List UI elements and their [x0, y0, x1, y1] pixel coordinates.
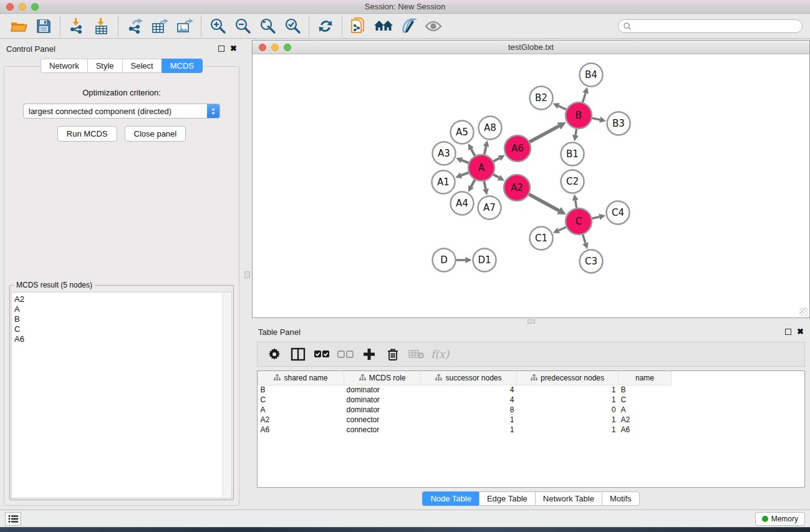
graph-node-C[interactable]: C — [566, 208, 592, 235]
refresh-network-button[interactable] — [313, 16, 338, 37]
result-item[interactable]: A — [14, 304, 231, 314]
graph-node-A7[interactable]: A7 — [478, 196, 501, 220]
memory-button[interactable]: Memory — [755, 512, 805, 526]
close-panel-icon[interactable]: ✖ — [797, 329, 804, 335]
splitter-grip[interactable] — [244, 271, 250, 278]
graph-node-C1[interactable]: C1 — [530, 227, 553, 250]
import-table-button[interactable] — [89, 16, 114, 37]
graph-node-B1[interactable]: B1 — [561, 143, 584, 166]
delete-column-button[interactable] — [382, 344, 403, 364]
zoom-fit-button[interactable] — [255, 16, 280, 37]
edge-C-C3[interactable] — [583, 235, 586, 243]
edge-C-C1[interactable] — [559, 227, 566, 230]
close-panel-button[interactable]: Close panel — [125, 126, 186, 142]
edge-B-B4[interactable] — [582, 93, 586, 102]
tab-network-table[interactable]: Network Table — [535, 491, 602, 506]
graph-node-D1[interactable]: D1 — [473, 249, 496, 272]
table-row[interactable]: A dominator 8 0 A — [258, 405, 672, 415]
edge-A-A6[interactable] — [493, 158, 499, 162]
cell-predecessor-nodes[interactable]: 1 — [517, 385, 619, 395]
cell-successor-nodes[interactable]: 1 — [421, 425, 517, 435]
save-session-button[interactable] — [31, 16, 56, 37]
tab-select[interactable]: Select — [122, 59, 162, 73]
cell-mcds-role[interactable]: dominator — [344, 395, 421, 405]
graph-node-A[interactable]: A — [468, 155, 494, 181]
edge-C-C2[interactable] — [576, 200, 577, 208]
tab-motifs[interactable]: Motifs — [602, 491, 640, 506]
cell-name[interactable]: A2 — [619, 415, 672, 425]
run-mcds-button[interactable]: Run MCDS — [57, 126, 117, 142]
edge-A2-C[interactable] — [529, 195, 559, 211]
cell-successor-nodes[interactable]: 4 — [421, 385, 517, 395]
cell-shared-name[interactable]: C — [258, 395, 344, 405]
edge-A6-B[interactable] — [529, 126, 559, 142]
table-settings-button[interactable] — [264, 344, 285, 364]
resize-grip-icon[interactable] — [799, 307, 808, 316]
optimization-criterion-dropdown[interactable]: largest connected component (directed) ▲… — [23, 104, 220, 118]
open-session-button[interactable] — [6, 16, 31, 37]
cell-successor-nodes[interactable]: 1 — [421, 415, 517, 425]
float-panel-icon[interactable] — [785, 329, 791, 335]
graph-node-A1[interactable]: A1 — [432, 171, 455, 194]
cell-mcds-role[interactable]: dominator — [344, 405, 421, 415]
vizmapper-pen-button[interactable] — [396, 16, 421, 37]
panel-splitter-vertical[interactable] — [243, 39, 252, 510]
result-item[interactable]: B — [14, 314, 231, 324]
cybrowser-home-button[interactable] — [371, 16, 396, 37]
select-all-button[interactable] — [311, 344, 332, 364]
cell-predecessor-nodes[interactable]: 1 — [517, 395, 619, 405]
export-image-button[interactable] — [172, 16, 197, 37]
mcds-result-list[interactable]: A2 A B C A6 — [11, 292, 232, 498]
cell-mcds-role[interactable]: dominator — [344, 385, 421, 395]
graph-node-A4[interactable]: A4 — [451, 192, 474, 215]
graph-node-B3[interactable]: B3 — [607, 112, 630, 135]
table-row[interactable]: A2 connector 1 1 A2 — [258, 415, 672, 425]
show-panel-list-button[interactable] — [5, 512, 21, 526]
cell-predecessor-nodes[interactable]: 0 — [517, 405, 619, 415]
cell-mcds-role[interactable]: connector — [344, 415, 421, 425]
result-item[interactable]: C — [14, 324, 231, 334]
graph-node-B4[interactable]: B4 — [580, 64, 603, 87]
table-row[interactable]: C dominator 4 1 C — [258, 395, 672, 405]
deselect-all-button[interactable] — [335, 344, 356, 364]
create-column-button[interactable] — [359, 344, 380, 364]
node-table[interactable]: shared name MCDS role successor nodes pr… — [257, 370, 805, 488]
cell-shared-name[interactable]: B — [258, 385, 344, 395]
zoom-selected-button[interactable] — [280, 16, 305, 37]
zoom-in-button[interactable] — [205, 16, 230, 37]
edge-B-B2[interactable] — [559, 106, 566, 110]
edge-B-B1[interactable] — [576, 129, 577, 135]
graph-node-C3[interactable]: C3 — [580, 250, 603, 273]
edge-C-C4[interactable] — [592, 217, 599, 219]
graph-node-A2[interactable]: A2 — [504, 175, 530, 201]
edge-B-B3[interactable] — [592, 118, 600, 120]
edge-A-A1[interactable] — [461, 173, 469, 175]
graph-node-C2[interactable]: C2 — [561, 170, 584, 193]
cell-name[interactable]: A — [619, 405, 672, 415]
tab-edge-table[interactable]: Edge Table — [479, 491, 535, 506]
column-header-name[interactable]: name — [619, 371, 672, 385]
result-item[interactable]: A6 — [14, 334, 231, 344]
graph-node-C4[interactable]: C4 — [607, 201, 630, 225]
column-header-shared-name[interactable]: shared name — [258, 371, 344, 385]
network-canvas[interactable]: AA1A2A3A4A5A6A7A8BB1B2B3B4CC1C2C3C4DD1 — [253, 54, 809, 317]
cell-name[interactable]: A6 — [619, 425, 672, 435]
cell-successor-nodes[interactable]: 4 — [421, 395, 517, 405]
cell-shared-name[interactable]: A2 — [258, 415, 344, 425]
search-input[interactable] — [632, 21, 802, 32]
show-hide-panels-button[interactable] — [421, 16, 446, 37]
export-table-button[interactable] — [147, 16, 172, 37]
cell-name[interactable]: C — [619, 395, 672, 405]
export-network-button[interactable] — [122, 16, 147, 37]
result-item[interactable]: A2 — [14, 294, 231, 304]
new-network-document-button[interactable] — [346, 16, 371, 37]
edge-A-A2[interactable] — [493, 175, 499, 178]
edge-A-A8[interactable] — [485, 147, 486, 155]
graph-node-A8[interactable]: A8 — [479, 117, 502, 140]
tab-style[interactable]: Style — [87, 59, 122, 73]
show-columns-button[interactable] — [287, 344, 309, 364]
cell-name[interactable]: B — [619, 385, 672, 395]
panel-splitter-horizontal[interactable] — [252, 318, 810, 324]
table-row[interactable]: A6 connector 1 1 A6 — [258, 425, 672, 435]
splitter-grip[interactable] — [528, 319, 535, 324]
